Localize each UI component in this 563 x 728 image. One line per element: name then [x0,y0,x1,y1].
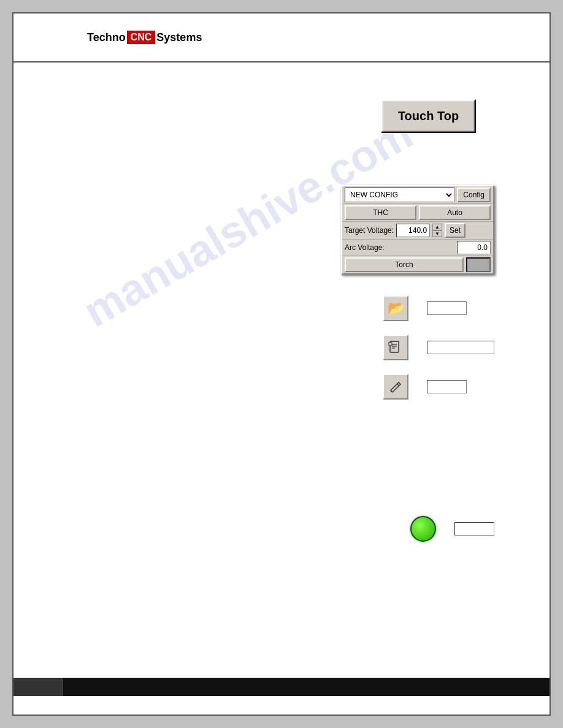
green-indicator [410,516,436,542]
outer-frame: Techno CNC Systems manualshive.com Touch… [12,12,551,716]
spinner-down-button[interactable]: ▼ [432,230,442,237]
bottom-bar-left [13,678,63,696]
arc-voltage-label: Arc Voltage: [345,243,385,252]
config-dropdown-row: NEW CONFIG Config [342,186,493,204]
target-voltage-spinner: ▲ ▼ [432,224,442,237]
config-panel: NEW CONFIG Config THC Auto Target Voltag… [341,185,494,275]
target-voltage-input[interactable] [396,224,430,237]
main-content: manualshive.com Touch Top NEW CONFIG Con… [13,63,550,696]
config-dropdown[interactable]: NEW CONFIG [345,188,454,202]
torch-indicator [466,257,491,272]
open-file-row: 📂 [383,295,467,321]
pencil-status-bar [427,380,467,393]
bottom-bar-right [63,678,550,696]
svg-rect-4 [389,343,392,346]
logo: Techno CNC Systems [87,31,202,44]
logo-cnc: CNC [127,31,156,44]
arc-voltage-input[interactable] [457,241,491,254]
green-status-bar [454,522,494,536]
open-status-bar [427,301,467,315]
file-status-bar [427,341,494,354]
bottom-bar [13,678,550,696]
thc-button[interactable]: THC [345,205,416,220]
arc-voltage-row: Arc Voltage: [342,240,493,256]
file-row [383,335,494,360]
green-indicator-section [410,516,494,542]
header: Techno CNC Systems [13,13,550,63]
spinner-up-button[interactable]: ▲ [432,224,442,230]
torch-button[interactable]: Torch [345,257,464,272]
set-button[interactable]: Set [445,223,465,238]
target-voltage-label: Target Voltage: [345,226,394,235]
svg-marker-5 [391,382,400,392]
logo-systems: Systems [156,31,202,44]
touch-top-button[interactable]: Touch Top [381,99,476,133]
target-voltage-row: Target Voltage: ▲ ▼ Set [342,222,493,240]
open-folder-icon[interactable]: 📂 [383,295,408,321]
thc-auto-row: THC Auto [342,204,493,222]
pencil-svg-icon [388,379,403,394]
pencil-row [383,374,467,400]
auto-button[interactable]: Auto [419,205,491,220]
logo-techno: Techno [87,31,126,44]
file-svg-icon [388,340,403,355]
torch-row: Torch [342,256,493,273]
icons-section: 📂 [383,295,494,400]
pencil-icon[interactable] [383,374,408,400]
config-button[interactable]: Config [457,188,491,202]
file-icon[interactable] [383,335,408,360]
